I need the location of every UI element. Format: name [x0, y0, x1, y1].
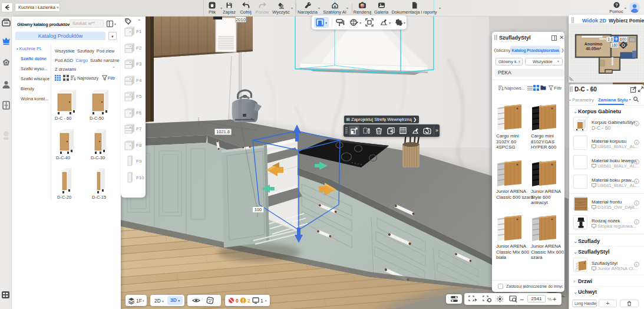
- svg-text:i: i: [636, 141, 638, 144]
- svg-text:Anonimo: Anonimo: [584, 42, 602, 46]
- svg-text:i: i: [636, 180, 638, 183]
- svg-text:i: i: [636, 122, 638, 126]
- svg-text:i: i: [636, 202, 638, 205]
- svg-text:i: i: [636, 160, 638, 164]
- svg-text:i: i: [636, 221, 638, 224]
- svg-text:i: i: [636, 263, 638, 267]
- svg-text:40.05m²: 40.05m²: [586, 47, 602, 51]
- svg-text:?: ?: [615, 2, 618, 8]
